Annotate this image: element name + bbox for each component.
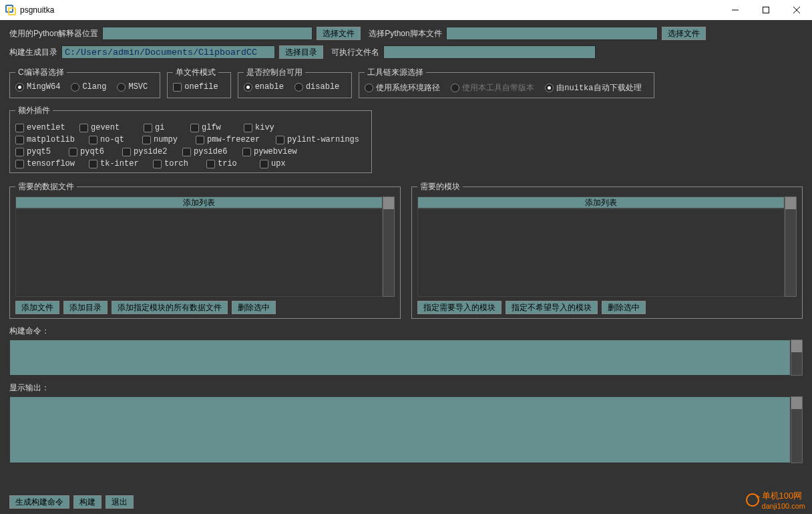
build-button[interactable]: 构建 [73, 495, 102, 509]
output-label: 显示输出： [9, 382, 803, 394]
chk-gevent[interactable]: gevent [79, 123, 137, 132]
chk-no-qt[interactable]: no-qt [89, 135, 136, 144]
datafiles-group: 需要的数据文件 添加列表 添加文件 添加目录 添加指定模块的所有数据文件 删除选… [9, 181, 401, 319]
radio-msvc[interactable]: MSVC [117, 82, 148, 92]
chk-pmw-freezer[interactable]: pmw-freezer [196, 135, 269, 144]
radio-builtin: 使用本工具自带版本 [451, 82, 534, 94]
exe-name-label: 可执行文件名 [331, 47, 379, 58]
close-button[interactable] [781, 0, 812, 20]
chk-tk-inter[interactable]: tk-inter [89, 159, 146, 168]
console-group: 是否控制台可用 enable disable [238, 67, 353, 98]
browse-outdir-button[interactable]: 选择目录 [279, 45, 323, 59]
chk-numpy[interactable]: numpy [142, 135, 189, 144]
build-cmd-textarea[interactable] [9, 340, 791, 376]
exclude-module-button[interactable]: 指定不希望导入的模块 [505, 301, 598, 314]
python-path-label: 使用的Python解释器位置 [9, 28, 98, 39]
onefile-legend: 单文件模式 [173, 67, 218, 78]
minimize-button[interactable] [720, 0, 751, 20]
modules-group: 需要的模块 添加列表 指定需要导入的模块 指定不希望导入的模块 删除选中 [411, 181, 803, 319]
titlebar: psgnuitka [0, 0, 812, 20]
add-dir-button[interactable]: 添加目录 [63, 301, 108, 314]
chk-glfw[interactable]: glfw [190, 123, 237, 132]
chk-onefile[interactable]: onefile [173, 82, 218, 92]
compiler-group: C编译器选择 MingW64 Clang MSVC [9, 67, 160, 98]
svg-rect-1 [763, 7, 769, 13]
maximize-button[interactable] [751, 0, 781, 20]
include-module-button[interactable]: 指定需要导入的模块 [417, 301, 501, 314]
datafiles-scrollbar[interactable] [383, 197, 395, 297]
build-cmd-scrollbar[interactable] [791, 340, 803, 376]
script-path-label: 选择Python脚本文件 [369, 28, 441, 39]
script-path-input[interactable] [446, 27, 658, 40]
chk-gi[interactable]: gi [144, 123, 184, 132]
exit-button[interactable]: 退出 [106, 495, 134, 509]
toolchain-legend: 工具链来源选择 [365, 67, 426, 78]
chk-torch[interactable]: torch [153, 159, 200, 168]
browse-script-button[interactable]: 选择文件 [662, 27, 706, 40]
chk-pywebview[interactable]: pywebview [242, 147, 300, 156]
radio-mingw64[interactable]: MingW64 [15, 82, 60, 92]
modules-legend: 需要的模块 [417, 181, 463, 192]
compiler-legend: C编译器选择 [15, 67, 67, 78]
delete-module-button[interactable]: 删除选中 [602, 301, 646, 314]
outdir-input[interactable] [61, 45, 275, 59]
chk-pyqt5[interactable]: pyqt5 [15, 147, 62, 156]
radio-syspath[interactable]: 使用系统环境路径 [365, 82, 440, 94]
python-icon [5, 5, 16, 15]
watermark: 单机100网 danji100.com [746, 490, 805, 510]
datafiles-header[interactable]: 添加列表 [15, 197, 383, 209]
chk-trio[interactable]: trio [206, 159, 253, 168]
generate-cmd-button[interactable]: 生成构建命令 [9, 495, 69, 509]
output-textarea[interactable] [9, 396, 791, 463]
chk-pylint[interactable]: pylint-warnings [276, 135, 359, 144]
radio-nuitka-dl[interactable]: 由nuitka自动下载处理 [545, 82, 641, 94]
delete-data-button[interactable]: 删除选中 [232, 301, 276, 314]
watermark-line1: 单机100网 [762, 490, 805, 502]
python-path-input[interactable] [102, 27, 313, 40]
chk-kivy[interactable]: kivy [244, 123, 301, 132]
console-legend: 是否控制台可用 [244, 67, 305, 78]
chk-matplotlib[interactable]: matplotlib [15, 135, 82, 144]
onefile-group: 单文件模式 onefile [167, 67, 230, 98]
radio-disable[interactable]: disable [294, 82, 339, 92]
plugins-legend: 额外插件 [15, 105, 53, 116]
window-title: psgnuitka [20, 5, 54, 15]
chk-eventlet[interactable]: eventlet [15, 123, 73, 132]
modules-scrollbar[interactable] [785, 197, 797, 297]
output-scrollbar[interactable] [791, 396, 803, 463]
chk-pyside6[interactable]: pyside6 [182, 147, 236, 156]
radio-clang[interactable]: Clang [71, 82, 106, 92]
chk-pyqt6[interactable]: pyqt6 [69, 147, 116, 156]
add-file-button[interactable]: 添加文件 [15, 301, 59, 314]
watermark-icon [746, 493, 759, 507]
exe-name-input[interactable] [383, 45, 596, 59]
outdir-label: 构建生成目录 [9, 47, 57, 58]
chk-pyside2[interactable]: pyside2 [122, 147, 176, 156]
plugins-group: 额外插件 eventlet gevent gi glfw kivy matplo… [9, 105, 372, 173]
chk-upx[interactable]: upx [260, 159, 317, 168]
modules-list[interactable] [417, 209, 785, 297]
add-module-data-button[interactable]: 添加指定模块的所有数据文件 [112, 301, 228, 314]
datafiles-list[interactable] [15, 209, 383, 297]
modules-header[interactable]: 添加列表 [417, 197, 785, 209]
watermark-line2: danji100.com [762, 502, 805, 510]
browse-python-button[interactable]: 选择文件 [317, 27, 361, 40]
build-cmd-label: 构建命令： [9, 326, 803, 337]
chk-tensorflow[interactable]: tensorflow [15, 159, 82, 168]
datafiles-legend: 需要的数据文件 [15, 181, 77, 192]
radio-enable[interactable]: enable [244, 82, 284, 92]
toolchain-group: 工具链来源选择 使用系统环境路径 使用本工具自带版本 由nuitka自动下载处理 [359, 67, 654, 98]
